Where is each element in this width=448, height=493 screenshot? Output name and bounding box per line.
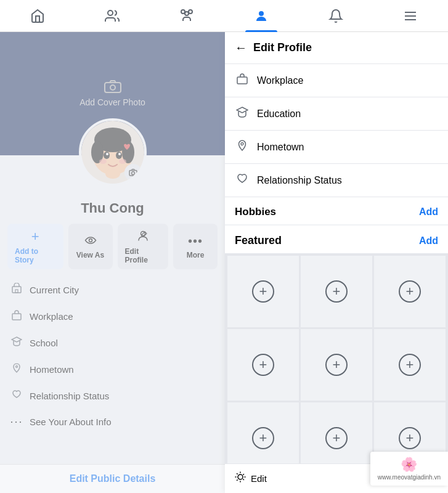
svg-point-14 [106,153,108,155]
profile-info-list: Current City Workplace School Hometown [0,277,225,434]
nav-profile[interactable] [245,0,277,32]
svg-point-21 [89,238,92,242]
camera-badge-icon[interactable] [124,164,142,181]
add-story-label: Add to Story [15,247,56,264]
featured-add-icon-4: + [252,354,274,376]
hobbies-section-header: Hobbies Add [225,197,448,224]
relationship-edit-label: Relationship Status [257,175,438,186]
left-panel: Add Cover Photo [0,32,225,493]
svg-rect-25 [12,314,21,320]
profile-name: Thu Cong [0,200,225,216]
featured-cell-3[interactable]: + [374,256,446,327]
edit-public-details-button[interactable]: Edit Public Details [70,473,156,484]
right-panel: ← Edit Profile Workplace Education [225,32,448,493]
featured-section: Featured Add + + + + [225,224,448,476]
featured-title: Featured [235,234,282,247]
hometown-edit-icon [235,139,250,155]
info-see-about[interactable]: ··· See Your About Info [10,409,215,434]
education-edit-icon [235,106,250,121]
relationship-edit-icon [235,173,250,188]
svg-point-12 [104,152,110,159]
svg-point-18 [105,169,120,179]
hobbies-title: Hobbies [235,206,276,218]
profile-name-area: Thu Cong [0,195,225,224]
edit-workplace-item[interactable]: Workplace [225,64,448,97]
nav-home[interactable] [22,0,54,32]
view-as-label: View As [76,251,104,259]
edit-profile-button[interactable]: Edit Profile [118,224,169,269]
back-arrow-icon[interactable]: ← [235,41,247,55]
hometown-label: Hometown [30,364,74,375]
view-as-button[interactable]: View As [68,224,113,269]
more-icon: ••• [188,234,203,248]
hometown-icon [10,362,23,377]
more-label: More [187,251,205,259]
svg-point-17 [119,159,126,164]
watermark-url: www.meovatgiadinh.vn [378,474,441,481]
svg-point-0 [108,10,113,15]
nav-friends[interactable] [96,0,128,32]
cover-photo-text: Add Cover Photo [79,97,145,107]
info-current-city[interactable]: Current City [10,277,215,303]
see-about-label: See Your About Info [30,417,112,427]
current-city-label: Current City [30,285,79,295]
edit-relationship-item[interactable]: Relationship Status [225,164,448,197]
featured-add-icon-9: + [399,427,421,449]
nav-menu[interactable] [394,0,426,32]
cover-photo-area[interactable]: Add Cover Photo [0,32,225,155]
more-button[interactable]: ••• More [173,224,218,269]
workplace-icon [10,309,23,324]
main-container: Add Cover Photo [0,32,448,493]
featured-cell-5[interactable]: + [301,329,372,401]
edit-profile-header: ← Edit Profile [225,32,448,64]
edit-profile-title: Edit Profile [253,41,312,54]
svg-point-29 [238,475,243,479]
featured-add-icon-5: + [325,354,348,376]
featured-add-icon-2: + [325,280,348,303]
nav-groups[interactable] [171,0,203,32]
featured-cell-2[interactable]: + [301,256,372,327]
featured-cell-4[interactable]: + [227,329,299,401]
school-label: School [30,338,58,348]
info-workplace[interactable]: Workplace [10,303,215,330]
bottom-edit-icon [235,471,246,486]
featured-cell-1[interactable]: + [227,256,299,327]
workplace-label: Workplace [30,311,73,322]
info-school[interactable]: School [10,330,215,356]
featured-add-icon-3: + [399,280,421,303]
top-nav [0,0,448,32]
svg-rect-27 [237,77,247,84]
hobbies-add-button[interactable]: Add [419,206,438,218]
featured-add-icon-7: + [252,427,274,449]
featured-add-icon-8: + [325,427,348,449]
city-icon [10,283,23,297]
school-icon [10,336,23,350]
edit-public-bar: Edit Public Details [0,464,225,493]
edit-hometown-item[interactable]: Hometown [225,131,448,164]
featured-add-button[interactable]: Add [419,235,438,246]
cover-photo-label: Add Cover Photo [79,80,145,107]
bottom-edit-label: Edit [251,473,267,484]
featured-cell-6[interactable]: + [374,329,446,401]
edit-education-item[interactable]: Education [225,97,448,131]
svg-rect-6 [105,83,121,92]
svg-point-28 [241,143,243,145]
workplace-edit-label: Workplace [257,75,438,86]
svg-point-2 [259,11,264,16]
view-as-icon [84,234,97,248]
svg-point-7 [110,85,115,90]
add-story-icon: + [31,229,39,245]
svg-point-26 [16,366,18,368]
featured-add-icon-6: + [399,354,421,376]
svg-point-15 [118,153,121,155]
edit-profile-label: Edit Profile [125,247,161,264]
add-to-story-button[interactable]: + Add to Story [7,224,63,269]
info-hometown[interactable]: Hometown [10,356,215,383]
relationship-label: Relationship Status [30,391,109,401]
nav-notifications[interactable] [320,0,352,32]
watermark-flower-icon: 🌸 [401,457,417,473]
edit-profile-content: Workplace Education Hometown [225,64,448,493]
info-relationship[interactable]: Relationship Status [10,383,215,409]
svg-point-20 [131,172,134,175]
relationship-icon [10,389,23,403]
